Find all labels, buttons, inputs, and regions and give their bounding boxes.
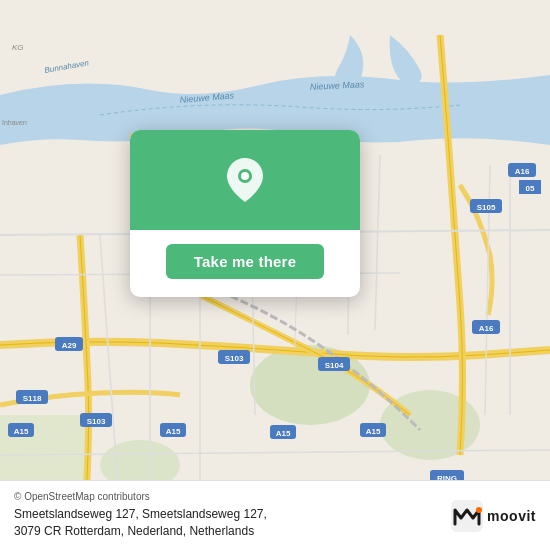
map-pin-icon [227, 158, 263, 202]
bottom-bar: © OpenStreetMap contributors Smeetslands… [0, 480, 550, 550]
svg-text:S103: S103 [87, 417, 106, 426]
svg-text:S105: S105 [477, 203, 496, 212]
svg-text:S103: S103 [225, 354, 244, 363]
svg-text:S118: S118 [23, 394, 42, 403]
moovit-label: moovit [487, 508, 536, 524]
svg-point-56 [476, 507, 482, 513]
svg-text:A16: A16 [515, 167, 530, 176]
map-container: S120 S103 S103 S104 S105 S118 A16 A16 A1… [0, 0, 550, 550]
osm-credit: © OpenStreetMap contributors [14, 491, 441, 502]
popup-map-preview [130, 130, 360, 230]
svg-text:KG: KG [12, 43, 24, 52]
moovit-logo: moovit [451, 500, 536, 532]
popup-card: Take me there [130, 130, 360, 297]
svg-text:A15: A15 [14, 427, 29, 436]
address-section: © OpenStreetMap contributors Smeetslands… [14, 491, 451, 540]
address-text: Smeetslandseweg 127, Smeetslandseweg 127… [14, 506, 441, 540]
svg-text:A15: A15 [166, 427, 181, 436]
take-me-there-button[interactable]: Take me there [166, 244, 324, 279]
svg-text:05: 05 [526, 184, 535, 193]
svg-text:A16: A16 [479, 324, 494, 333]
moovit-icon [451, 500, 483, 532]
svg-text:A15: A15 [366, 427, 381, 436]
svg-text:Inhaven: Inhaven [2, 119, 27, 126]
svg-point-54 [241, 172, 249, 180]
svg-text:S104: S104 [325, 361, 344, 370]
svg-text:A15: A15 [276, 429, 291, 438]
svg-text:A29: A29 [62, 341, 77, 350]
